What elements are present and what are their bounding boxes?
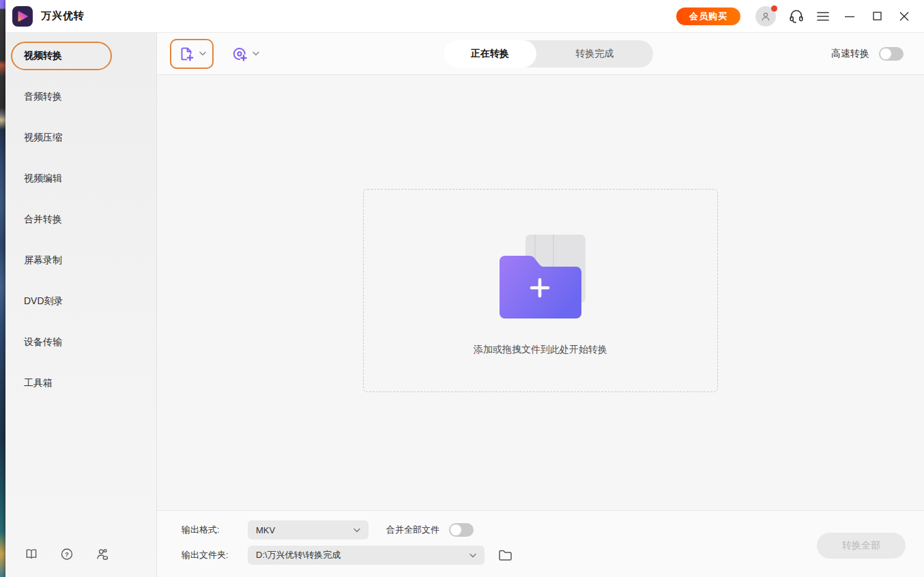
high-speed-toggle[interactable] <box>879 47 904 61</box>
app-logo-icon <box>12 6 33 27</box>
toggle-knob <box>450 524 461 535</box>
maximize-button[interactable] <box>868 6 886 27</box>
support-headset-button[interactable] <box>788 8 805 25</box>
desktop-edge-wallpaper <box>0 0 5 577</box>
help-button[interactable]: ? <box>60 547 74 561</box>
add-files-button[interactable] <box>170 39 214 69</box>
user-guide-button[interactable] <box>25 547 38 561</box>
folder-icon <box>498 549 512 561</box>
add-dvd-icon <box>231 45 248 63</box>
app-title: 万兴优转 <box>41 10 85 23</box>
high-speed-conversion: 高速转换 <box>831 33 904 75</box>
output-settings-bar: 输出格式: MKV 合并全部文件 输出文件夹: D:\万兴优转\转换完成 <box>157 510 924 577</box>
close-button[interactable] <box>895 6 913 27</box>
convert-all-button[interactable]: 转换全部 <box>817 533 906 559</box>
hamburger-menu-icon <box>817 12 829 21</box>
output-folder-select[interactable]: D:\万兴优转\转换完成 <box>248 546 485 565</box>
user-account-button[interactable] <box>755 6 776 27</box>
sidebar-item-toolbox[interactable]: 工具箱 <box>11 369 112 398</box>
titlebar: 万兴优转 会员购买 <box>5 0 924 33</box>
sidebar-item-video-edit[interactable]: 视频编辑 <box>11 164 112 193</box>
book-icon <box>25 547 38 561</box>
add-dvd-button[interactable] <box>225 39 265 69</box>
help-icon: ? <box>60 547 74 561</box>
community-people-icon <box>96 547 109 561</box>
conversion-tabs: 正在转换 转换完成 <box>444 40 653 68</box>
output-folder-label: 输出文件夹: <box>182 549 248 561</box>
minimize-icon <box>845 12 854 21</box>
buy-membership-button[interactable]: 会员购买 <box>676 8 740 25</box>
svg-text:?: ? <box>65 550 69 558</box>
maximize-icon <box>873 12 882 20</box>
headset-icon <box>788 8 805 25</box>
sidebar-item-dvd-burn[interactable]: DVD刻录 <box>11 287 112 316</box>
drop-hint-text: 添加或拖拽文件到此处开始转换 <box>474 344 607 356</box>
file-drop-area[interactable]: 添加或拖拽文件到此处开始转换 <box>363 189 718 392</box>
output-format-label: 输出格式: <box>182 524 248 536</box>
task-list-area: 添加或拖拽文件到此处开始转换 <box>157 75 924 510</box>
notification-dot <box>771 5 777 12</box>
merge-all-label: 合并全部文件 <box>386 524 439 536</box>
tab-finished[interactable]: 转换完成 <box>536 40 653 68</box>
toggle-knob <box>880 48 891 59</box>
sidebar: 视频转换 音频转换 视频压缩 视频编辑 合并转换 屏幕录制 DVD刻录 设备传输… <box>5 33 157 577</box>
sidebar-item-merge-convert[interactable]: 合并转换 <box>11 205 112 234</box>
main-panel: 正在转换 转换完成 高速转换 <box>157 33 924 577</box>
main-menu-button[interactable] <box>815 12 831 21</box>
sidebar-item-video-convert[interactable]: 视频转换 <box>11 42 112 70</box>
output-folder-path: D:\万兴优转\转换完成 <box>256 549 341 561</box>
output-format-value: MKV <box>256 525 275 535</box>
sidebar-footer: ? <box>25 547 109 561</box>
add-folder-illustration-icon <box>493 233 588 319</box>
output-format-select[interactable]: MKV <box>248 520 369 539</box>
high-speed-label: 高速转换 <box>831 48 869 60</box>
open-output-folder-button[interactable] <box>497 548 512 563</box>
chevron-down-icon <box>353 528 360 533</box>
sidebar-item-screen-record[interactable]: 屏幕录制 <box>11 246 112 275</box>
app-window: 万兴优转 会员购买 <box>5 0 924 577</box>
chevron-down-icon <box>470 553 476 558</box>
sidebar-item-device-transfer[interactable]: 设备传输 <box>11 328 112 357</box>
sidebar-item-video-compress[interactable]: 视频压缩 <box>11 123 112 152</box>
add-file-icon <box>177 45 195 63</box>
merge-all-toggle[interactable] <box>449 523 474 537</box>
community-button[interactable] <box>96 547 109 561</box>
chevron-down-icon <box>199 51 206 56</box>
tab-converting[interactable]: 正在转换 <box>444 40 536 68</box>
chevron-down-icon <box>252 51 259 56</box>
close-icon <box>899 12 909 21</box>
toolbar: 正在转换 转换完成 高速转换 <box>157 33 924 75</box>
sidebar-item-audio-convert[interactable]: 音频转换 <box>11 83 112 111</box>
minimize-button[interactable] <box>841 6 858 27</box>
